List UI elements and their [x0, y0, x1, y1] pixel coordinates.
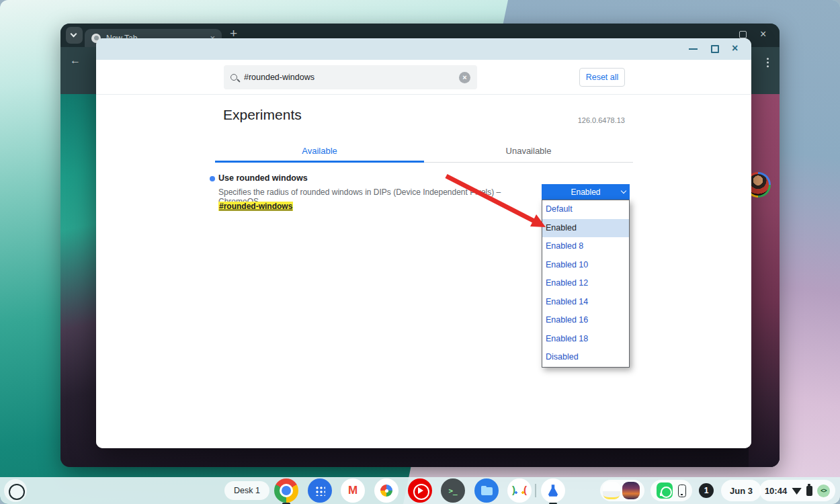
- reset-all-button[interactable]: Reset all: [579, 68, 625, 87]
- option-enabled-12[interactable]: Enabled 12: [542, 274, 629, 293]
- minimize-icon[interactable]: [689, 48, 698, 50]
- option-disabled[interactable]: Disabled: [542, 348, 629, 367]
- chromeos-screen: New Tab × + × ← → New marks: [0, 0, 840, 504]
- screenshot-thumbnail[interactable]: [603, 482, 620, 499]
- dev-channel-icon: <>: [817, 485, 830, 497]
- tab-unavailable[interactable]: Unavailable: [424, 142, 633, 163]
- close-icon[interactable]: ×: [732, 42, 738, 54]
- clear-search-icon[interactable]: ×: [459, 72, 470, 83]
- chrome-icon[interactable]: [274, 478, 298, 503]
- option-enabled-18[interactable]: Enabled 18: [542, 330, 629, 349]
- flag-name: Use rounded windows: [218, 173, 308, 183]
- photos-icon[interactable]: [374, 478, 398, 503]
- flag-bullet-icon: [210, 176, 215, 181]
- terminal-icon[interactable]: [441, 478, 465, 503]
- notification-counter[interactable]: 1: [699, 483, 714, 498]
- tab-search-button[interactable]: [66, 27, 83, 44]
- option-enabled-10[interactable]: Enabled 10: [542, 256, 629, 275]
- browser-close-icon[interactable]: ×: [760, 28, 766, 40]
- date-button[interactable]: Jun 3: [721, 480, 761, 501]
- battery-icon: [806, 486, 812, 496]
- browser-menu-icon[interactable]: [767, 58, 769, 60]
- new-tab-page-right: [749, 94, 780, 467]
- nearby-icon[interactable]: [507, 478, 532, 503]
- flask-app-icon[interactable]: [541, 478, 565, 503]
- desk-button[interactable]: Desk 1: [224, 481, 269, 500]
- chevron-down-icon: [621, 188, 626, 194]
- browser-restore-icon[interactable]: [739, 31, 747, 38]
- gmail-icon[interactable]: [341, 478, 365, 503]
- flags-titlebar[interactable]: ×: [96, 38, 751, 60]
- page-title: Experiments: [223, 107, 302, 123]
- shelf-divider: [535, 484, 536, 497]
- flags-tabs: Available Unavailable: [215, 142, 633, 163]
- holding-space-tote[interactable]: [600, 480, 644, 501]
- whatsapp-icon: [657, 482, 673, 499]
- flags-body: Experiments 126.0.6478.13 Available Unav…: [96, 95, 751, 448]
- chevron-down-icon: [71, 31, 77, 38]
- option-default[interactable]: Default: [542, 200, 629, 219]
- ytmusic-icon[interactable]: [408, 478, 432, 503]
- files-icon[interactable]: [474, 478, 499, 503]
- option-enabled-8[interactable]: Enabled 8: [542, 237, 629, 256]
- clock: 10:44: [765, 486, 787, 496]
- phone-hub-tray[interactable]: [650, 480, 692, 501]
- tab-available[interactable]: Available: [215, 142, 424, 163]
- version-label: 126.0.6478.13: [578, 116, 625, 124]
- dropdown-listbox: DefaultEnabledEnabled 8Enabled 10Enabled…: [542, 200, 630, 368]
- flags-header: × Reset all: [96, 60, 751, 95]
- flags-search-box[interactable]: ×: [224, 65, 477, 89]
- status-tray[interactable]: 10:44 <>: [759, 480, 835, 501]
- search-icon: [230, 74, 237, 81]
- smartphone-icon: [678, 485, 686, 497]
- option-enabled-14[interactable]: Enabled 14: [542, 293, 629, 312]
- flag-dropdown[interactable]: Enabled: [542, 184, 630, 200]
- option-enabled[interactable]: Enabled: [542, 219, 629, 238]
- shelf: Desk 1 1 Jun 3 10:44 <>: [0, 477, 840, 504]
- dropdown-selected-value: Enabled: [571, 187, 600, 197]
- option-enabled-16[interactable]: Enabled 16: [542, 311, 629, 330]
- back-icon[interactable]: ←: [70, 54, 81, 67]
- maximize-icon[interactable]: [711, 45, 719, 53]
- launcher-button[interactable]: [4, 479, 27, 502]
- grid-icon[interactable]: [308, 478, 332, 503]
- flags-window: × × Reset all Experiments 126.0.6478.13 …: [96, 38, 751, 448]
- flag-link[interactable]: #rounded-windows: [218, 202, 293, 211]
- image-thumbnail[interactable]: [622, 482, 640, 499]
- search-input[interactable]: [244, 73, 459, 82]
- wifi-icon: [792, 487, 802, 495]
